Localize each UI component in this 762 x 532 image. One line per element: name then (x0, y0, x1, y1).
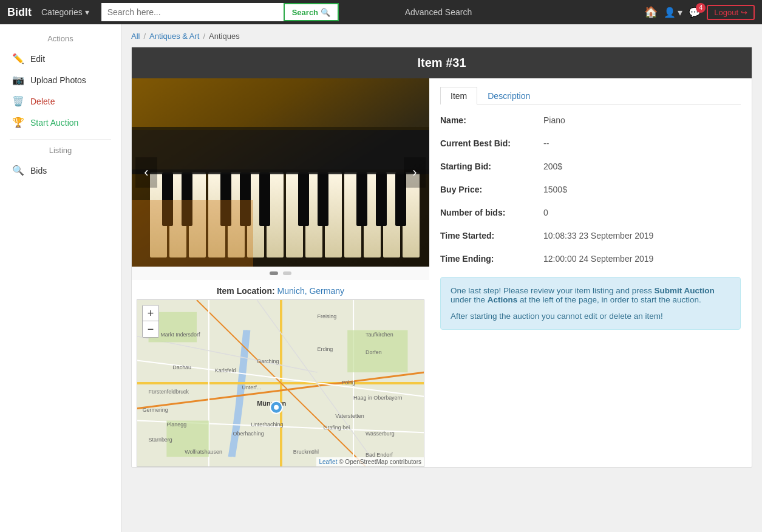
sidebar-item-start-auction[interactable]: 🏆 Start Auction (0, 112, 121, 133)
svg-text:Haag in Oberbayern: Haag in Oberbayern (353, 395, 402, 401)
svg-text:Starnberg: Starnberg (149, 437, 172, 443)
carousel-dot-2[interactable] (283, 271, 291, 275)
time-started-value: 10:08:33 23 September 2019 (543, 231, 653, 240)
svg-text:Poing: Poing (341, 380, 355, 386)
advanced-search-link[interactable]: Advanced Search (405, 7, 472, 17)
svg-text:Unterf...: Unterf... (242, 384, 261, 390)
svg-rect-26 (132, 200, 253, 267)
edit-icon: ✏️ (12, 53, 24, 64)
item-tabs: Item Description (440, 87, 741, 104)
leaflet-link[interactable]: Leaflet (319, 459, 337, 465)
user-chevron-icon: ▾ (678, 7, 682, 18)
svg-text:Wolfratshausen: Wolfratshausen (185, 449, 222, 455)
svg-text:Freising: Freising (318, 313, 337, 319)
svg-text:Erding: Erding (318, 346, 333, 352)
svg-text:Markt Indersdorf: Markt Indersdorf (160, 332, 200, 338)
info-box-actions: Actions (488, 295, 518, 304)
detail-num-bids-row: Number of bids: 0 (440, 208, 741, 217)
detail-name-row: Name: Piano (440, 115, 741, 125)
tab-item[interactable]: Item (440, 87, 477, 104)
map-zoom-in-button[interactable]: + (143, 305, 158, 321)
upload-photos-icon: 📷 (12, 74, 24, 86)
map-attribution: Leaflet © OpenStreetMap contributors (316, 457, 424, 466)
breadcrumb-subcategory: Antiques (209, 32, 240, 41)
navbar-right: 🏠 👤 ▾ 💬 4 Logout ↪ (644, 5, 755, 20)
actions-section-title: Actions (0, 34, 121, 43)
notifications-bell[interactable]: 💬 4 (689, 7, 701, 18)
info-box-line2: After starting the auction you cannot ed… (451, 312, 730, 321)
search-button[interactable]: Search 🔍 (284, 3, 339, 21)
notification-badge: 4 (696, 3, 706, 13)
name-value: Piano (543, 115, 565, 125)
sidebar-item-upload[interactable]: 📷 Upload Photos (0, 69, 121, 90)
svg-text:Wasserburg: Wasserburg (366, 431, 395, 437)
item-map: Freising Taufkirchen Markt Indersdorf Da… (137, 299, 424, 467)
current-bid-value: -- (543, 138, 549, 148)
sidebar-item-delete[interactable]: 🗑️ Delete (0, 90, 121, 112)
chevron-down-icon: ▾ (85, 7, 89, 17)
carousel-next-button[interactable]: › (404, 157, 426, 188)
time-ending-value: 12:00:00 24 September 2019 (543, 254, 653, 264)
svg-text:Garching: Garching (257, 358, 279, 364)
home-icon[interactable]: 🏠 (644, 5, 658, 19)
sidebar-divider (10, 139, 111, 140)
time-started-label: Time Started: (440, 231, 543, 240)
page-layout: Actions ✏️ Edit 📷 Upload Photos 🗑️ Delet… (0, 24, 762, 532)
item-card-header: Item #31 (132, 47, 752, 78)
logout-icon: ↪ (741, 8, 747, 17)
svg-text:Bruckmühl: Bruckmühl (293, 449, 319, 455)
breadcrumb: All / Antiques & Art / Antiques (131, 32, 752, 41)
svg-text:Unterhaching: Unterhaching (251, 421, 283, 428)
svg-text:Vaterstetten: Vaterstetten (335, 413, 364, 419)
breadcrumb-category[interactable]: Antiques & Art (149, 32, 199, 41)
map-zoom-out-button[interactable]: − (143, 321, 158, 337)
name-label: Name: (440, 115, 543, 125)
svg-text:Oberhaching: Oberhaching (233, 431, 264, 437)
buy-price-value: 1500$ (543, 185, 567, 194)
navbar: BidIt Categories ▾ Search 🔍 Advanced Sea… (0, 0, 762, 24)
svg-text:Germering: Germering (143, 407, 168, 413)
carousel-dot-1[interactable] (270, 271, 278, 275)
tab-description[interactable]: Description (477, 87, 540, 104)
svg-rect-21 (298, 172, 309, 226)
buy-price-label: Buy Price: (440, 185, 543, 194)
image-carousel: ‹ › (132, 78, 429, 267)
start-auction-icon: 🏆 (12, 117, 24, 128)
svg-text:Dorfen: Dorfen (366, 349, 382, 355)
map-background: Freising Taufkirchen Markt Indersdorf Da… (137, 300, 424, 466)
piano-image (132, 78, 429, 267)
item-card: Item #31 (131, 47, 752, 468)
current-bid-label: Current Best Bid: (440, 138, 543, 148)
sidebar-item-bids[interactable]: 🔍 Bids (0, 160, 121, 181)
svg-rect-24 (376, 172, 387, 226)
bids-icon: 🔍 (12, 165, 24, 176)
item-title: Item #31 (417, 56, 466, 69)
svg-rect-28 (132, 78, 429, 130)
search-input[interactable] (101, 3, 284, 21)
carousel-prev-button[interactable]: ‹ (135, 157, 157, 188)
main-content: All / Antiques & Art / Antiques Item #31 (121, 24, 762, 532)
info-box: One last step! Please review your item l… (440, 277, 741, 330)
sidebar-item-edit[interactable]: ✏️ Edit (0, 48, 121, 69)
svg-text:Taufkirchen: Taufkirchen (366, 332, 393, 338)
location-label: Item Location: (217, 286, 275, 296)
item-card-body: ‹ › Item Location: Munich, Germany (132, 78, 752, 467)
info-box-submit: Submit Auction (654, 286, 714, 295)
svg-text:Fürstenfeldbruck: Fürstenfeldbruck (149, 389, 189, 395)
delete-icon: 🗑️ (12, 95, 24, 107)
starting-bid-label: Starting Bid: (440, 162, 543, 171)
svg-rect-27 (132, 127, 429, 174)
logout-button[interactable]: Logout ↪ (707, 5, 755, 20)
categories-dropdown[interactable]: Categories ▾ (41, 7, 89, 17)
breadcrumb-sep-1: / (143, 32, 146, 41)
user-menu[interactable]: 👤 ▾ (664, 7, 682, 18)
svg-text:Dachau: Dachau (172, 364, 191, 370)
breadcrumb-all[interactable]: All (131, 32, 140, 41)
svg-rect-23 (356, 172, 367, 226)
svg-text:Planegg: Planegg (166, 421, 186, 428)
detail-time-ending-row: Time Ending: 12:00:00 24 September 2019 (440, 254, 741, 264)
detail-buy-price-row: Buy Price: 1500$ (440, 185, 741, 194)
user-icon: 👤 (664, 7, 676, 18)
item-details-section: Item Description Name: Piano Current Bes… (429, 78, 752, 467)
item-location: Item Location: Munich, Germany (132, 280, 429, 299)
